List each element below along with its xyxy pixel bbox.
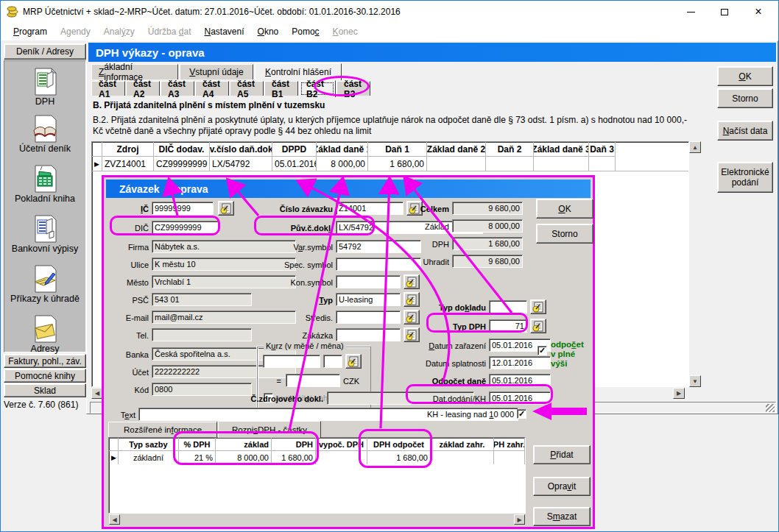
sidebar-button-sklad[interactable]: Sklad: [4, 383, 86, 397]
dic-field[interactable]: CZ99999999: [152, 221, 219, 234]
dat-dodani-kh-field[interactable]: 05.01.2016: [489, 391, 551, 405]
dialog-ok-button[interactable]: OK: [536, 199, 593, 219]
kon-symbol-field[interactable]: [336, 275, 401, 288]
sidebar-item-dph[interactable]: DPH: [4, 67, 85, 107]
kurz-lookup-button[interactable]: [345, 354, 362, 369]
kh-leasing-label: KH - leasing nad 10 000: [411, 410, 514, 419]
kh-leasing-checkbox[interactable]: [517, 409, 526, 419]
subtab-cast-a2[interactable]: část A2: [126, 81, 160, 96]
app-coins-icon: [7, 6, 20, 18]
close-button[interactable]: ×: [741, 1, 775, 23]
sidebar-item-label: Příkazy k úhradě: [10, 294, 80, 304]
tab-vstupni-udaje[interactable]: Vstupní údaje: [180, 64, 253, 79]
odpocet-dane-field[interactable]: 05.01.2016: [489, 374, 551, 387]
pridat-button[interactable]: Přidat: [533, 445, 591, 464]
stredis-field[interactable]: [336, 311, 401, 324]
ok-button[interactable]: OK: [717, 66, 773, 86]
cash-register-icon: [31, 164, 59, 194]
minimize-button[interactable]: [674, 1, 708, 23]
scroll-down-icon[interactable]: ▼: [689, 375, 701, 387]
sidebar-item-pokladni-kniha[interactable]: Pokladní kniha: [4, 164, 85, 204]
puv-c-dokl-label: Pův.č.dokl.: [259, 224, 333, 233]
typ-dph-field[interactable]: 71: [489, 319, 527, 333]
odpocet-plna-checkbox[interactable]: [537, 346, 547, 355]
subtab-cast-b2[interactable]: část B2: [299, 80, 336, 97]
typ-dokladu-field[interactable]: [489, 300, 527, 313]
sidebar-item-label: Bankovní výpisy: [12, 244, 78, 254]
typ-field[interactable]: U-leasing: [336, 293, 401, 306]
kurz-mena1-field[interactable]: [263, 355, 320, 368]
menu-agendy[interactable]: Agendy: [54, 24, 97, 39]
detail-table-row[interactable]: základní 21 % 8 000,00 1 680,00 1 680,00: [109, 451, 525, 464]
zakazka-field[interactable]: [336, 328, 401, 341]
dialog-storno-button[interactable]: Storno: [536, 224, 593, 244]
sidebar-item-bankovni-vypisy[interactable]: Bankovní výpisy: [4, 214, 85, 254]
smazat-button[interactable]: Smazat: [533, 507, 591, 526]
sidebar-tab-denik-adresy[interactable]: Deník / Adresy: [4, 43, 86, 60]
table-header-row: Zdroj DIČ dodav. Ev.číslo daň.dokl. DPPD…: [92, 142, 688, 157]
datum-splatnosti-field[interactable]: 12.01.2016: [489, 356, 551, 369]
menu-nastaveni[interactable]: Nastavení: [198, 24, 251, 39]
sidebar-item-prikazy-k-uhrade[interactable]: Příkazy k úhradě: [4, 264, 85, 304]
tab-kontrolni-hlaseni[interactable]: Kontrolní hlášení: [255, 63, 342, 80]
tel-field[interactable]: [152, 328, 252, 341]
tab-rozsirene-informace[interactable]: Rozšířené informace: [108, 422, 217, 437]
storno-button[interactable]: Storno: [717, 88, 773, 108]
scroll-right-icon[interactable]: ▶: [673, 388, 685, 399]
uhradit-field: 9 680,00: [452, 255, 523, 268]
subtab-cast-a3[interactable]: část A3: [161, 81, 194, 96]
subtab-cast-b3[interactable]: část B3: [336, 81, 370, 96]
text-label: Text: [107, 411, 135, 419]
lookup-note-icon: [406, 277, 417, 288]
banka-label: Banka: [107, 350, 149, 359]
kon-symbol-lookup-button[interactable]: [403, 274, 420, 289]
sidebar-item-adresy[interactable]: Adresy: [4, 314, 85, 354]
dph-report-icon: [31, 67, 59, 96]
table-row[interactable]: ZVZ14001 CZ99999999 LX/54792 05.01.2016 …: [92, 157, 688, 171]
sidebar-button-pomocne-knihy[interactable]: Pomocné knihy: [4, 369, 86, 383]
app-window: MRP Účetnictví + sklad~2-MRP~Účet. datum…: [0, 0, 779, 532]
typ-dph-lookup-button[interactable]: [530, 319, 546, 333]
sidebar-item-label: DPH: [35, 96, 54, 107]
subtab-cast-b1[interactable]: část B1: [264, 81, 298, 96]
tab-rozpis-dph[interactable]: Rozpis DPH - částky: [218, 421, 321, 438]
maximize-button[interactable]: [708, 1, 741, 23]
zakazka-label: Zakázka: [259, 331, 333, 340]
detail-header-row: Typ sazby % DPH základ DPH vypoč. DPH DP…: [109, 438, 525, 451]
scroll-up-icon[interactable]: ▲: [689, 141, 701, 153]
kurz-mena2-field[interactable]: [323, 355, 342, 368]
sidebar-item-ucetni-denik[interactable]: Účetní deník: [4, 114, 85, 154]
menu-udrzba[interactable]: Údržba dat: [141, 24, 198, 39]
typ-dokladu-lookup-button[interactable]: [530, 299, 546, 314]
elektronicke-podani-button[interactable]: Elektronické podání: [717, 162, 773, 193]
datum-splatnosti-label: Datum splatnosti: [412, 359, 486, 368]
sidebar-item-label: Účetní deník: [19, 143, 71, 154]
menu-konec[interactable]: Konec: [326, 24, 364, 39]
currency-label: CZK: [343, 377, 365, 386]
subtab-cast-a1[interactable]: část A1: [91, 81, 125, 96]
menu-analyzy[interactable]: Analýzy: [97, 24, 141, 39]
subtab-cast-a5[interactable]: část A5: [230, 81, 264, 96]
psc-field[interactable]: 543 01: [152, 293, 252, 306]
ic-field[interactable]: 99999999: [152, 202, 214, 215]
cislo-zavazku-field[interactable]: Z14001: [336, 202, 403, 215]
dph-total-field: 1 680,00: [452, 237, 523, 250]
ic-lookup-button[interactable]: [218, 201, 234, 216]
tel-label: Tel.: [107, 331, 149, 340]
odpocet-plna-label: odpočet v plné výši: [551, 340, 593, 369]
ic-label: IČ: [107, 205, 149, 213]
subtab-cast-a4[interactable]: část A4: [195, 81, 229, 96]
spec-symbol-label: Spec. symbol: [259, 260, 333, 269]
resize-grip[interactable]: [766, 404, 775, 412]
tab-zakladni-informace[interactable]: Základní informace: [91, 64, 178, 79]
menu-okno[interactable]: Okno: [251, 24, 286, 39]
kurz-prepocet-field[interactable]: [286, 374, 340, 387]
opravit-button[interactable]: Opravit: [533, 477, 591, 496]
menu-pomoc[interactable]: Pomoc: [285, 24, 325, 39]
sidebar-button-faktury[interactable]: Faktury, pohl., záv.: [4, 354, 86, 368]
section-heading: B. Přijatá zdanitelná plnění s místem pl…: [93, 100, 325, 110]
menu-program[interactable]: Program: [7, 24, 54, 39]
nacist-data-button[interactable]: Načíst data: [717, 121, 773, 141]
detail-scroll-right-icon[interactable]: ▶: [514, 514, 525, 525]
detail-scroll-left-icon[interactable]: ◀: [109, 514, 120, 525]
